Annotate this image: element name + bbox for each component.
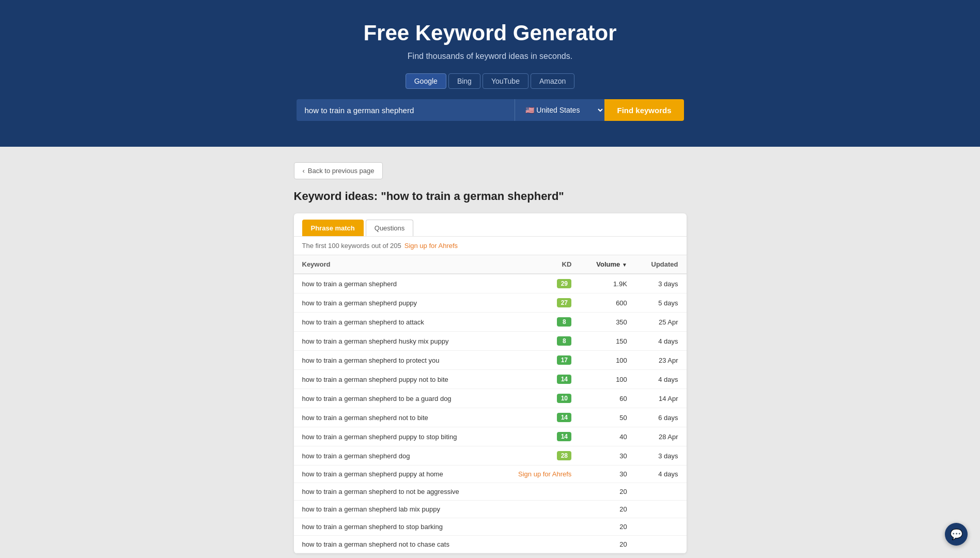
- col-keyword: Keyword: [294, 255, 498, 274]
- table-row: how to train a german shepherd to protec…: [294, 351, 687, 370]
- tab-youtube[interactable]: YouTube: [483, 73, 528, 89]
- cell-kd: [497, 483, 580, 501]
- cell-volume: 50: [580, 408, 635, 427]
- cell-kd: 14: [497, 427, 580, 446]
- kd-badge: 29: [557, 279, 571, 288]
- cell-keyword: how to train a german shepherd to not be…: [294, 483, 498, 501]
- table-body: how to train a german shepherd291.9K3 da…: [294, 274, 687, 553]
- cell-updated: [635, 518, 687, 536]
- cell-volume: 100: [580, 370, 635, 389]
- cell-kd: 8: [497, 313, 580, 332]
- cell-updated: 14 Apr: [635, 389, 687, 408]
- cell-kd: Sign up for Ahrefs: [497, 466, 580, 483]
- header-subtitle: Find thousands of keyword ideas in secon…: [10, 52, 970, 61]
- cell-volume: 20: [580, 483, 635, 501]
- chat-widget-button[interactable]: 💬: [945, 523, 968, 546]
- cell-kd: [497, 518, 580, 536]
- tab-google[interactable]: Google: [406, 73, 446, 89]
- cell-updated: 25 Apr: [635, 313, 687, 332]
- cell-volume: 20: [580, 501, 635, 518]
- cell-volume: 20: [580, 518, 635, 536]
- cell-volume: 30: [580, 466, 635, 483]
- sort-arrow-icon: ▼: [622, 262, 627, 268]
- cell-updated: 3 days: [635, 446, 687, 466]
- cell-volume: 1.9K: [580, 274, 635, 293]
- cell-keyword: how to train a german shepherd puppy at …: [294, 466, 498, 483]
- cell-volume: 100: [580, 351, 635, 370]
- table-row: how to train a german shepherd dog28303 …: [294, 446, 687, 466]
- cell-kd: [497, 501, 580, 518]
- results-tabs: Phrase match Questions: [294, 213, 687, 237]
- tab-phrase-match[interactable]: Phrase match: [302, 220, 364, 236]
- cell-keyword: how to train a german shepherd puppy to …: [294, 427, 498, 446]
- cell-volume: 350: [580, 313, 635, 332]
- cell-keyword: how to train a german shepherd lab mix p…: [294, 501, 498, 518]
- cell-updated: 23 Apr: [635, 351, 687, 370]
- signup-link[interactable]: Sign up for Ahrefs: [405, 242, 458, 250]
- table-row: how to train a german shepherd to not be…: [294, 483, 687, 501]
- kd-badge: 17: [557, 355, 571, 365]
- cell-keyword: how to train a german shepherd to protec…: [294, 351, 498, 370]
- kd-badge: 14: [557, 432, 571, 441]
- cell-keyword: how to train a german shepherd puppy not…: [294, 370, 498, 389]
- kd-badge: 14: [557, 413, 571, 422]
- cell-updated: [635, 501, 687, 518]
- tab-questions[interactable]: Questions: [366, 220, 414, 236]
- find-keywords-button[interactable]: Find keywords: [604, 99, 683, 121]
- cell-kd: 14: [497, 408, 580, 427]
- cell-volume: 600: [580, 293, 635, 313]
- cell-kd: 10: [497, 389, 580, 408]
- table-row: how to train a german shepherd puppy2760…: [294, 293, 687, 313]
- table-row: how to train a german shepherd to stop b…: [294, 518, 687, 536]
- kd-badge: 14: [557, 375, 571, 384]
- results-card: Phrase match Questions The first 100 key…: [294, 213, 687, 553]
- cell-updated: [635, 536, 687, 553]
- cell-keyword: how to train a german shepherd to stop b…: [294, 518, 498, 536]
- kd-badge: 8: [557, 317, 571, 327]
- cell-keyword: how to train a german shepherd puppy: [294, 293, 498, 313]
- cell-keyword: how to train a german shepherd: [294, 274, 498, 293]
- results-info: The first 100 keywords out of 205 Sign u…: [294, 237, 687, 255]
- kd-badge: 28: [557, 451, 571, 460]
- cell-kd: 28: [497, 446, 580, 466]
- cell-kd: 17: [497, 351, 580, 370]
- tab-amazon[interactable]: Amazon: [531, 73, 574, 89]
- main-content: ‹ Back to previous page Keyword ideas: "…: [284, 147, 697, 558]
- page-title: Keyword ideas: "how to train a german sh…: [294, 190, 687, 203]
- inline-signup-link[interactable]: Sign up for Ahrefs: [518, 470, 571, 478]
- cell-updated: 28 Apr: [635, 427, 687, 446]
- back-button-label: Back to previous page: [308, 167, 375, 175]
- table-row: how to train a german shepherd lab mix p…: [294, 501, 687, 518]
- back-button[interactable]: ‹ Back to previous page: [294, 162, 383, 179]
- page-main-title: Free Keyword Generator: [10, 21, 970, 45]
- search-bar: 🇺🇸 United States 🇬🇧 United Kingdom 🇨🇦 Ca…: [297, 99, 684, 121]
- cell-keyword: how to train a german shepherd husky mix…: [294, 332, 498, 351]
- kd-badge: 8: [557, 336, 571, 346]
- table-row: how to train a german shepherd not to ch…: [294, 536, 687, 553]
- table-row: how to train a german shepherd not to bi…: [294, 408, 687, 427]
- country-select[interactable]: 🇺🇸 United States 🇬🇧 United Kingdom 🇨🇦 Ca…: [515, 99, 604, 121]
- cell-volume: 20: [580, 536, 635, 553]
- cell-updated: [635, 483, 687, 501]
- cell-updated: 3 days: [635, 274, 687, 293]
- cell-volume: 150: [580, 332, 635, 351]
- col-kd: KD: [497, 255, 580, 274]
- cell-updated: 5 days: [635, 293, 687, 313]
- chat-icon: 💬: [950, 528, 963, 540]
- table-row: how to train a german shepherd husky mix…: [294, 332, 687, 351]
- results-count-text: The first 100 keywords out of 205: [302, 242, 401, 250]
- header: Free Keyword Generator Find thousands of…: [0, 0, 980, 147]
- cell-kd: 29: [497, 274, 580, 293]
- tab-bing[interactable]: Bing: [448, 73, 480, 89]
- col-volume[interactable]: Volume ▼: [580, 255, 635, 274]
- col-updated: Updated: [635, 255, 687, 274]
- table-row: how to train a german shepherd to be a g…: [294, 389, 687, 408]
- cell-volume: 60: [580, 389, 635, 408]
- cell-keyword: how to train a german shepherd not to bi…: [294, 408, 498, 427]
- cell-volume: 40: [580, 427, 635, 446]
- table-row: how to train a german shepherd puppy at …: [294, 466, 687, 483]
- kd-badge: 10: [557, 394, 571, 403]
- cell-updated: 4 days: [635, 466, 687, 483]
- search-input[interactable]: [297, 99, 515, 121]
- cell-kd: 14: [497, 370, 580, 389]
